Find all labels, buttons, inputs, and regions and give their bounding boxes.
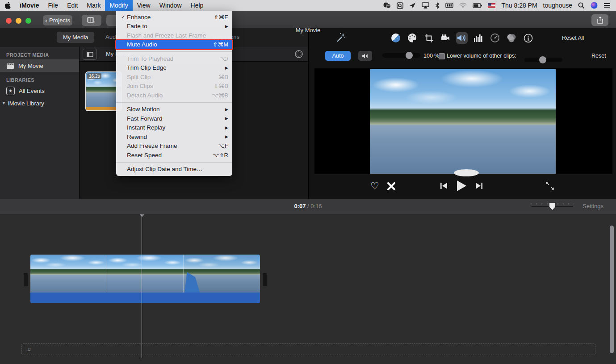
lower-volume-label: Lower volume of other clips: bbox=[447, 53, 516, 59]
lower-volume-checkbox[interactable] bbox=[439, 53, 445, 59]
volume-button[interactable] bbox=[456, 32, 468, 44]
spotlight-icon[interactable] bbox=[578, 2, 585, 9]
timeline-zoom-slider[interactable] bbox=[532, 206, 573, 207]
clip-filter-button[interactable] bbox=[294, 49, 304, 61]
messages-icon[interactable] bbox=[383, 2, 391, 8]
star-icon: ★ bbox=[6, 87, 15, 95]
noise-equalizer-button[interactable] bbox=[473, 32, 484, 44]
menu-bar-status: Thu 8:28 PM toughouse bbox=[383, 2, 616, 9]
menu-modify[interactable]: Modify bbox=[105, 0, 132, 11]
clapperboard-icon bbox=[6, 63, 14, 69]
skip-back-icon bbox=[440, 182, 448, 189]
speed-button[interactable] bbox=[489, 32, 501, 44]
menu-mark[interactable]: Mark bbox=[82, 0, 105, 11]
menu-help[interactable]: Help bbox=[186, 0, 208, 11]
stabilization-button[interactable] bbox=[440, 32, 451, 44]
lower-volume-slider-knob[interactable] bbox=[539, 56, 546, 63]
minimize-window-button[interactable] bbox=[16, 18, 21, 24]
menu-view[interactable]: View bbox=[133, 0, 155, 11]
viewer-panel: Reset All Auto 100 % Lower volume of oth… bbox=[308, 28, 616, 199]
search-window-icon[interactable] bbox=[397, 2, 403, 9]
menu-bar-user[interactable]: toughouse bbox=[543, 2, 572, 9]
color-correction-button[interactable] bbox=[406, 32, 418, 44]
menu-item-adjust-clip-date[interactable]: Adjust Clip Date and Time… bbox=[116, 165, 232, 174]
clip-right-handle[interactable] bbox=[263, 273, 267, 286]
menu-item-slow-motion[interactable]: Slow Motion ▶ bbox=[116, 105, 232, 114]
fullscreen-button[interactable] bbox=[545, 181, 554, 192]
share-button[interactable] bbox=[591, 14, 608, 26]
menu-item-reset-speed[interactable]: Reset Speed ⌥⇧R bbox=[116, 151, 232, 160]
siri-icon[interactable] bbox=[591, 2, 598, 9]
menu-edit[interactable]: Edit bbox=[63, 0, 82, 11]
crop-button[interactable] bbox=[423, 32, 435, 44]
sidebar-item-imovie-library[interactable]: ▼ iMovie Library bbox=[0, 97, 79, 109]
reset-all-button[interactable]: Reset All bbox=[562, 35, 584, 41]
equalizer-bars-icon bbox=[474, 33, 483, 42]
sidebar-item-all-events[interactable]: ★ All Events bbox=[0, 84, 79, 97]
boat-bow bbox=[454, 169, 479, 176]
timeline-settings-button[interactable]: Settings bbox=[582, 203, 603, 209]
menu-item-fade-to[interactable]: Fade to ▶ bbox=[116, 22, 232, 31]
clip-left-handle[interactable] bbox=[24, 273, 28, 286]
keyboard-icon[interactable] bbox=[445, 3, 453, 8]
play-icon bbox=[456, 180, 467, 192]
play-button[interactable] bbox=[456, 180, 467, 193]
sidebar-toggle-button[interactable] bbox=[83, 49, 97, 60]
volume-slider[interactable] bbox=[382, 53, 420, 58]
notification-center-icon[interactable] bbox=[603, 3, 611, 8]
auto-volume-button[interactable]: Auto bbox=[325, 51, 351, 61]
import-media-button[interactable]: ♪ bbox=[82, 15, 101, 26]
background-music-well[interactable]: ♫ bbox=[21, 343, 595, 355]
zoom-window-button[interactable] bbox=[25, 18, 31, 24]
menu-item-detach-audio: Detach Audio ⌥⌘B bbox=[116, 91, 232, 100]
volume-slider-knob[interactable] bbox=[406, 52, 413, 59]
apple-menu[interactable] bbox=[0, 0, 15, 11]
timeline-video-clip[interactable] bbox=[30, 255, 260, 303]
menu-window[interactable]: Window bbox=[155, 0, 186, 11]
menu-item-instant-replay[interactable]: Instant Replay ▶ bbox=[116, 123, 232, 133]
mute-toggle-button[interactable] bbox=[358, 51, 372, 61]
menu-file[interactable]: File bbox=[44, 0, 63, 11]
enhance-button[interactable] bbox=[335, 32, 346, 45]
menu-item-fast-forward[interactable]: Fast Forward ▶ bbox=[116, 114, 232, 123]
playhead-line[interactable] bbox=[142, 213, 142, 358]
window-titlebar: ‹ Projects ♪ My Movie bbox=[0, 11, 616, 28]
location-icon[interactable] bbox=[409, 2, 416, 9]
info-button[interactable] bbox=[522, 32, 534, 44]
menu-item-trim-to-playhead: Trim To Playhead ⌥/ bbox=[116, 54, 232, 63]
projects-back-button[interactable]: ‹ Projects bbox=[43, 15, 72, 25]
battery-icon[interactable] bbox=[473, 3, 482, 8]
crop-icon bbox=[424, 33, 434, 43]
reject-button[interactable] bbox=[387, 182, 395, 190]
reset-volume-button[interactable]: Reset bbox=[591, 53, 606, 59]
input-flag-icon[interactable] bbox=[488, 3, 495, 8]
favorite-button[interactable]: ♡ bbox=[370, 180, 379, 192]
menu-bar-clock[interactable]: Thu 8:28 PM bbox=[501, 2, 537, 9]
previous-frame-button[interactable] bbox=[440, 182, 448, 191]
menu-item-rewind[interactable]: Rewind ▶ bbox=[116, 132, 232, 142]
lower-volume-slider[interactable] bbox=[524, 58, 562, 62]
filmstrip-note-icon: ♪ bbox=[87, 17, 96, 24]
menu-item-enhance[interactable]: ✓ Enhance ⇧⌘E bbox=[116, 13, 232, 22]
bluetooth-icon[interactable] bbox=[435, 2, 440, 9]
menu-separator bbox=[116, 162, 232, 163]
color-balance-button[interactable] bbox=[390, 32, 402, 44]
menu-item-mute-audio[interactable]: Mute Audio ⇧⌘M bbox=[116, 40, 232, 50]
vertical-scrollbar[interactable] bbox=[610, 226, 614, 353]
video-clip-audio-bar bbox=[30, 293, 260, 303]
clip-filter-effects-button[interactable] bbox=[506, 32, 517, 44]
airplay-icon[interactable] bbox=[422, 2, 429, 8]
disclosure-triangle-icon[interactable]: ▼ bbox=[2, 101, 6, 105]
close-window-button[interactable] bbox=[6, 18, 12, 24]
menu-item-trim-clip-edge[interactable]: Trim Clip Edge ▶ bbox=[116, 63, 232, 73]
wifi-icon[interactable] bbox=[459, 3, 467, 8]
fullscreen-icon bbox=[545, 181, 554, 190]
menu-item-add-freeze-frame[interactable]: Add Freeze Frame ⌥F bbox=[116, 142, 232, 151]
menu-app-name[interactable]: iMovie bbox=[15, 0, 44, 11]
sidebar-item-my-movie[interactable]: My Movie bbox=[0, 59, 79, 72]
sidebar-icon bbox=[87, 52, 93, 57]
timeline-header: 0:07 / 0:16 Settings bbox=[0, 199, 616, 214]
skip-forward-icon bbox=[475, 182, 483, 189]
time-separator: / bbox=[307, 203, 309, 209]
next-frame-button[interactable] bbox=[475, 182, 483, 191]
